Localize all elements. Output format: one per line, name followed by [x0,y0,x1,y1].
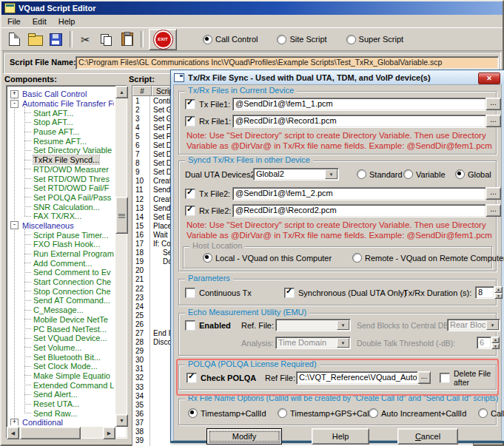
threshold-input[interactable]: 6 [477,337,491,349]
exit-button[interactable]: EXIT [149,29,177,50]
send-blocks-label: Send Blocks to Central DB: [357,321,451,330]
scroll-down-icon[interactable]: ▼ [115,414,128,427]
tree-item-conditional[interactable]: +Conditional [8,418,114,425]
radio-icon[interactable] [403,169,413,179]
host-radio-local-vquad-on-this-computer[interactable]: Local - VQuad on this Computer [203,253,332,263]
scope-radio-standard[interactable]: Standard [357,169,403,179]
menu-edit[interactable]: Edit [27,16,53,27]
rx-file2-input[interactable]: @RecdDir1@\Record2.pcm [232,204,486,217]
radio-icon[interactable] [346,35,356,44]
polqa-ref-file-input[interactable]: C:\VQT_Reference\VQuad_Auto\Raw\fem1 [296,371,420,385]
delete-file-checkbox[interactable] [440,373,450,383]
rx-name-radio-callid[interactable]: CallId [478,408,504,418]
spin-up-icon[interactable]: ▲ [494,286,503,293]
collapse-icon[interactable]: - [10,100,19,108]
tree-item-label: Stop AFT... [33,118,73,126]
radio-icon[interactable] [203,253,212,263]
send-blocks-dropdown[interactable]: Rear Blocks ▼ [447,319,500,331]
chevron-down-icon[interactable]: ▼ [325,169,337,179]
scope-radio-variable[interactable]: Variable [403,169,446,179]
radio-icon[interactable] [369,408,378,418]
radio-icon[interactable] [188,408,198,418]
radio-icon[interactable] [352,253,362,263]
scroll-right-icon[interactable]: ▶ [103,427,115,439]
modify-button[interactable]: Modify [206,428,282,445]
rx-file1-input[interactable]: @RecdDir1@\Record1.pcm [232,115,486,128]
paste-button[interactable] [117,30,137,49]
duration-spinner[interactable]: ▲ ▼ [494,286,503,299]
radio-icon[interactable] [278,408,287,418]
dropdown-value: Time Domain [278,338,326,347]
spin-up-icon[interactable]: ▲ [491,337,500,343]
check-polqa-checkbox[interactable] [187,373,197,383]
save-button[interactable] [46,30,66,49]
script-row-number: 24 [132,302,150,311]
cut-button[interactable]: ✂ [75,30,95,49]
duration-input[interactable]: 8 [475,286,494,299]
scrollbar-thumb[interactable] [115,197,128,234]
polqa-browse-button[interactable]: ... [417,371,431,384]
script-row-number: 27 [132,328,150,337]
chevron-down-icon[interactable]: ▼ [486,320,499,330]
save-floppy-icon [50,33,62,46]
continuous-tx-checkbox[interactable] [185,288,195,298]
emu-enabled-checkbox[interactable] [185,320,195,331]
tx-file1-browse-button[interactable]: ... [485,98,501,110]
collapse-icon[interactable]: - [10,221,19,229]
open-button[interactable] [25,30,45,49]
mode-radio-site-script[interactable]: Site Script [277,35,326,44]
radio-icon[interactable] [478,408,488,418]
column-header-number[interactable]: # [132,86,152,96]
host-radio-remote-vquad-on-remote-computer[interactable]: Remote - VQuad on Remote Computer [352,253,504,263]
ref-file-dropdown[interactable]: ▼ [275,319,351,331]
script-row-number: 30 [132,356,150,365]
help-button[interactable]: Help [312,428,369,445]
analysis-dropdown[interactable]: Time Domain ▼ [275,337,351,349]
rx-file1-checkbox[interactable] [185,116,195,126]
rx-name-radio-timestamp-callid[interactable]: Timestamp+CallId [188,408,266,418]
copy-button[interactable] [96,30,116,49]
script-file-path-field[interactable]: C:\Program Files\GL Communications Inc\V… [75,56,499,70]
rx-name-radio-timestamp-gps-callid[interactable]: Timestamp+GPS+CallId [278,408,377,418]
tx-file1-input[interactable]: @SendDir1@\fem1_1.pcm [232,98,486,111]
tx-file2-checkbox[interactable] [185,189,195,199]
scroll-left-icon[interactable]: ◀ [7,427,19,439]
tree-horizontal-scrollbar[interactable]: ◀ ▶ [7,427,115,438]
tx-file1-checkbox[interactable] [185,99,195,109]
new-button[interactable] [4,30,24,49]
duration-label: Tx/Rx Duration (s): [403,288,471,297]
spin-down-icon[interactable]: ▼ [491,343,500,350]
radio-icon[interactable] [357,169,366,179]
threshold-spinner[interactable]: ▲ ▼ [491,337,500,349]
rx-name-radio-auto-increament-callid[interactable]: Auto Increament+CallId [369,408,466,418]
radio-icon[interactable] [455,169,465,179]
menu-file[interactable]: File [1,16,27,27]
tx-file2-browse-button[interactable]: ... [485,187,501,200]
radio-icon[interactable] [203,35,212,44]
radio-icon[interactable] [277,35,286,44]
spin-down-icon[interactable]: ▼ [494,293,503,300]
rx-file2-checkbox[interactable] [185,206,195,216]
scroll-up-icon[interactable]: ▲ [115,86,128,98]
expand-icon[interactable]: + [10,419,19,425]
chevron-down-icon[interactable]: ▼ [337,338,349,348]
expand-icon[interactable]: + [10,90,19,98]
tx-file2-input[interactable]: @SendDir1@\fem1_2.pcm [232,187,486,200]
rx-file1-browse-button[interactable]: ... [485,115,501,127]
tree-item-label: Send Comment to Ev [33,268,111,277]
tree-vertical-scrollbar[interactable]: ▲ ▼ [115,86,127,427]
menu-help[interactable]: Help [53,16,81,27]
synchronous-checkbox[interactable] [284,288,295,298]
mode-radio-super-script[interactable]: Super Script [346,35,404,44]
dual-uta-devices-dropdown[interactable]: Global2 ▼ [253,168,339,180]
chevron-down-icon[interactable]: ▼ [337,320,349,330]
mode-radio-call-control[interactable]: Call Control [203,35,258,44]
scrollbar-thumb[interactable] [20,427,81,439]
script-row-number: 2 [132,105,150,114]
script-mode-radios: Call ControlSite ScriptSuper Script [203,35,403,44]
rx-file2-browse-button[interactable]: ... [485,204,501,217]
close-button[interactable]: ✕ [478,72,500,84]
scope-radio-global[interactable]: Global [455,169,491,179]
tree-item-basic-call-control[interactable]: +Basic Call Control [8,89,114,99]
cancel-button[interactable]: Cancel [397,428,458,445]
